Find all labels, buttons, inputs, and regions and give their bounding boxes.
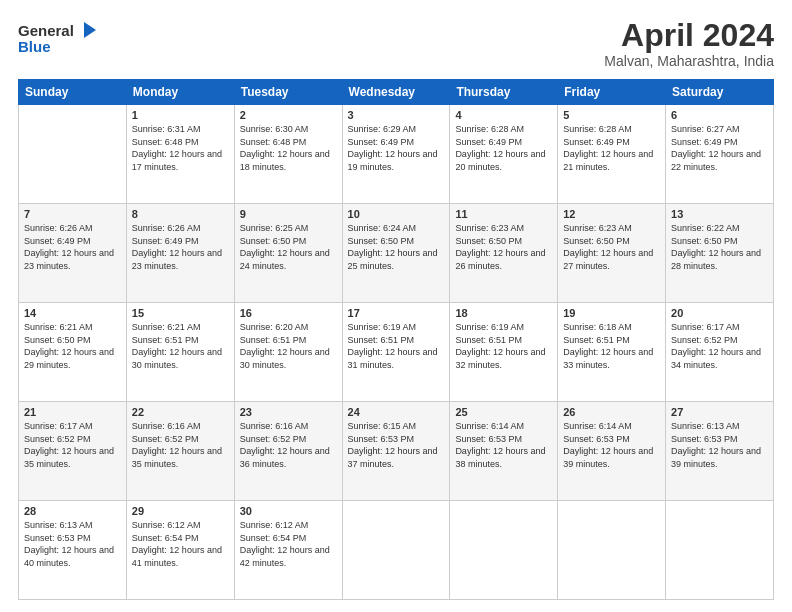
day-detail: Sunrise: 6:13 AMSunset: 6:53 PMDaylight:…	[24, 519, 121, 569]
day-detail: Sunrise: 6:14 AMSunset: 6:53 PMDaylight:…	[563, 420, 660, 470]
day-number: 7	[24, 208, 121, 220]
calendar-cell	[450, 501, 558, 600]
day-detail: Sunrise: 6:18 AMSunset: 6:51 PMDaylight:…	[563, 321, 660, 371]
day-number: 22	[132, 406, 229, 418]
calendar-cell: 18Sunrise: 6:19 AMSunset: 6:51 PMDayligh…	[450, 303, 558, 402]
calendar-cell: 26Sunrise: 6:14 AMSunset: 6:53 PMDayligh…	[558, 402, 666, 501]
calendar-cell: 10Sunrise: 6:24 AMSunset: 6:50 PMDayligh…	[342, 204, 450, 303]
calendar-cell	[342, 501, 450, 600]
header: General Blue April 2024 Malvan, Maharash…	[18, 18, 774, 69]
col-header-friday: Friday	[558, 80, 666, 105]
day-number: 1	[132, 109, 229, 121]
calendar-cell: 11Sunrise: 6:23 AMSunset: 6:50 PMDayligh…	[450, 204, 558, 303]
day-detail: Sunrise: 6:15 AMSunset: 6:53 PMDaylight:…	[348, 420, 445, 470]
col-header-wednesday: Wednesday	[342, 80, 450, 105]
calendar-cell: 9Sunrise: 6:25 AMSunset: 6:50 PMDaylight…	[234, 204, 342, 303]
day-number: 2	[240, 109, 337, 121]
col-header-tuesday: Tuesday	[234, 80, 342, 105]
calendar-cell: 23Sunrise: 6:16 AMSunset: 6:52 PMDayligh…	[234, 402, 342, 501]
day-number: 30	[240, 505, 337, 517]
day-detail: Sunrise: 6:28 AMSunset: 6:49 PMDaylight:…	[563, 123, 660, 173]
day-number: 26	[563, 406, 660, 418]
location: Malvan, Maharashtra, India	[604, 53, 774, 69]
logo-blue: Blue	[18, 38, 51, 55]
calendar-cell: 28Sunrise: 6:13 AMSunset: 6:53 PMDayligh…	[19, 501, 127, 600]
day-number: 9	[240, 208, 337, 220]
day-detail: Sunrise: 6:24 AMSunset: 6:50 PMDaylight:…	[348, 222, 445, 272]
day-number: 6	[671, 109, 768, 121]
day-detail: Sunrise: 6:28 AMSunset: 6:49 PMDaylight:…	[455, 123, 552, 173]
day-number: 21	[24, 406, 121, 418]
day-number: 18	[455, 307, 552, 319]
calendar-week-row: 28Sunrise: 6:13 AMSunset: 6:53 PMDayligh…	[19, 501, 774, 600]
calendar-cell: 4Sunrise: 6:28 AMSunset: 6:49 PMDaylight…	[450, 105, 558, 204]
calendar-cell: 29Sunrise: 6:12 AMSunset: 6:54 PMDayligh…	[126, 501, 234, 600]
calendar-cell	[558, 501, 666, 600]
day-number: 23	[240, 406, 337, 418]
day-detail: Sunrise: 6:26 AMSunset: 6:49 PMDaylight:…	[24, 222, 121, 272]
calendar-week-row: 14Sunrise: 6:21 AMSunset: 6:50 PMDayligh…	[19, 303, 774, 402]
day-number: 17	[348, 307, 445, 319]
day-detail: Sunrise: 6:13 AMSunset: 6:53 PMDaylight:…	[671, 420, 768, 470]
calendar-cell: 5Sunrise: 6:28 AMSunset: 6:49 PMDaylight…	[558, 105, 666, 204]
title-block: April 2024 Malvan, Maharashtra, India	[604, 18, 774, 69]
day-number: 29	[132, 505, 229, 517]
day-detail: Sunrise: 6:17 AMSunset: 6:52 PMDaylight:…	[24, 420, 121, 470]
calendar-cell: 22Sunrise: 6:16 AMSunset: 6:52 PMDayligh…	[126, 402, 234, 501]
day-number: 13	[671, 208, 768, 220]
day-detail: Sunrise: 6:21 AMSunset: 6:51 PMDaylight:…	[132, 321, 229, 371]
calendar-cell: 30Sunrise: 6:12 AMSunset: 6:54 PMDayligh…	[234, 501, 342, 600]
day-detail: Sunrise: 6:25 AMSunset: 6:50 PMDaylight:…	[240, 222, 337, 272]
calendar-cell: 12Sunrise: 6:23 AMSunset: 6:50 PMDayligh…	[558, 204, 666, 303]
calendar-cell: 2Sunrise: 6:30 AMSunset: 6:48 PMDaylight…	[234, 105, 342, 204]
calendar-cell: 3Sunrise: 6:29 AMSunset: 6:49 PMDaylight…	[342, 105, 450, 204]
day-detail: Sunrise: 6:30 AMSunset: 6:48 PMDaylight:…	[240, 123, 337, 173]
day-number: 16	[240, 307, 337, 319]
svg-marker-0	[84, 22, 96, 38]
col-header-sunday: Sunday	[19, 80, 127, 105]
calendar-cell	[666, 501, 774, 600]
day-detail: Sunrise: 6:19 AMSunset: 6:51 PMDaylight:…	[455, 321, 552, 371]
month-title: April 2024	[604, 18, 774, 53]
calendar-cell	[19, 105, 127, 204]
day-detail: Sunrise: 6:23 AMSunset: 6:50 PMDaylight:…	[563, 222, 660, 272]
calendar-week-row: 21Sunrise: 6:17 AMSunset: 6:52 PMDayligh…	[19, 402, 774, 501]
page: General Blue April 2024 Malvan, Maharash…	[0, 0, 792, 612]
day-detail: Sunrise: 6:20 AMSunset: 6:51 PMDaylight:…	[240, 321, 337, 371]
day-detail: Sunrise: 6:27 AMSunset: 6:49 PMDaylight:…	[671, 123, 768, 173]
day-detail: Sunrise: 6:31 AMSunset: 6:48 PMDaylight:…	[132, 123, 229, 173]
calendar-cell: 8Sunrise: 6:26 AMSunset: 6:49 PMDaylight…	[126, 204, 234, 303]
calendar-cell: 15Sunrise: 6:21 AMSunset: 6:51 PMDayligh…	[126, 303, 234, 402]
calendar-cell: 24Sunrise: 6:15 AMSunset: 6:53 PMDayligh…	[342, 402, 450, 501]
day-detail: Sunrise: 6:22 AMSunset: 6:50 PMDaylight:…	[671, 222, 768, 272]
calendar-cell: 20Sunrise: 6:17 AMSunset: 6:52 PMDayligh…	[666, 303, 774, 402]
day-number: 15	[132, 307, 229, 319]
day-detail: Sunrise: 6:19 AMSunset: 6:51 PMDaylight:…	[348, 321, 445, 371]
day-detail: Sunrise: 6:26 AMSunset: 6:49 PMDaylight:…	[132, 222, 229, 272]
calendar-cell: 14Sunrise: 6:21 AMSunset: 6:50 PMDayligh…	[19, 303, 127, 402]
day-number: 10	[348, 208, 445, 220]
day-number: 11	[455, 208, 552, 220]
day-number: 5	[563, 109, 660, 121]
calendar-cell: 19Sunrise: 6:18 AMSunset: 6:51 PMDayligh…	[558, 303, 666, 402]
day-number: 27	[671, 406, 768, 418]
day-detail: Sunrise: 6:16 AMSunset: 6:52 PMDaylight:…	[240, 420, 337, 470]
day-number: 28	[24, 505, 121, 517]
day-number: 12	[563, 208, 660, 220]
day-number: 4	[455, 109, 552, 121]
calendar-cell: 27Sunrise: 6:13 AMSunset: 6:53 PMDayligh…	[666, 402, 774, 501]
day-number: 24	[348, 406, 445, 418]
calendar-week-row: 1Sunrise: 6:31 AMSunset: 6:48 PMDaylight…	[19, 105, 774, 204]
day-detail: Sunrise: 6:12 AMSunset: 6:54 PMDaylight:…	[240, 519, 337, 569]
day-detail: Sunrise: 6:29 AMSunset: 6:49 PMDaylight:…	[348, 123, 445, 173]
calendar-table: SundayMondayTuesdayWednesdayThursdayFrid…	[18, 79, 774, 600]
col-header-saturday: Saturday	[666, 80, 774, 105]
day-detail: Sunrise: 6:23 AMSunset: 6:50 PMDaylight:…	[455, 222, 552, 272]
calendar-week-row: 7Sunrise: 6:26 AMSunset: 6:49 PMDaylight…	[19, 204, 774, 303]
col-header-monday: Monday	[126, 80, 234, 105]
day-number: 3	[348, 109, 445, 121]
calendar-cell: 1Sunrise: 6:31 AMSunset: 6:48 PMDaylight…	[126, 105, 234, 204]
day-number: 25	[455, 406, 552, 418]
day-detail: Sunrise: 6:17 AMSunset: 6:52 PMDaylight:…	[671, 321, 768, 371]
day-detail: Sunrise: 6:14 AMSunset: 6:53 PMDaylight:…	[455, 420, 552, 470]
